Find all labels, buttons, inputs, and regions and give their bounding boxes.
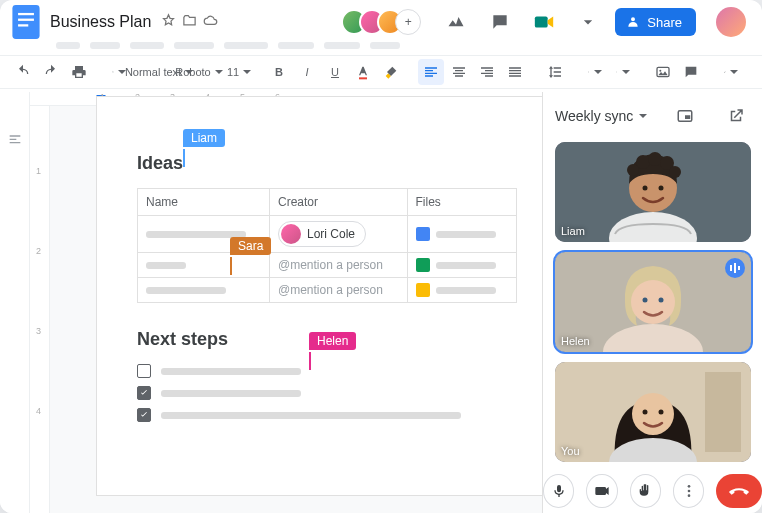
app-frame: Business Plan + Share [0, 0, 762, 513]
doc-file-icon [416, 227, 430, 241]
star-icon[interactable] [161, 13, 176, 32]
table-row[interactable]: Lori Cole [138, 216, 517, 253]
svg-point-37 [632, 393, 674, 435]
meet-controls [543, 464, 762, 513]
svg-point-23 [669, 166, 681, 178]
redo-button[interactable] [38, 59, 64, 85]
doc-title[interactable]: Business Plan [50, 13, 151, 31]
align-center-button[interactable] [446, 59, 472, 85]
svg-point-21 [648, 152, 662, 166]
person-chip[interactable]: Lori Cole [278, 221, 366, 247]
outline-icon[interactable] [7, 132, 23, 513]
tile-name: Helen [561, 335, 590, 347]
picture-in-picture-icon[interactable] [671, 102, 699, 130]
hangup-button[interactable] [716, 474, 762, 508]
undo-button[interactable] [10, 59, 36, 85]
heading-ideas[interactable]: Ideas [137, 153, 515, 174]
checkbox[interactable] [137, 364, 151, 378]
meet-icon[interactable] [527, 5, 561, 39]
popout-icon[interactable] [722, 102, 750, 130]
checklist-item[interactable] [137, 408, 515, 422]
mic-button[interactable] [543, 474, 574, 508]
meet-header: Weekly sync [543, 92, 762, 140]
svg-point-24 [643, 186, 648, 191]
svg-point-40 [687, 485, 690, 488]
svg-rect-4 [535, 17, 548, 28]
underline-button[interactable]: U [322, 59, 348, 85]
svg-rect-33 [738, 266, 740, 270]
share-button[interactable]: Share [615, 8, 696, 36]
checklist-item[interactable] [137, 364, 515, 378]
svg-point-42 [687, 494, 690, 497]
table-row[interactable]: @mention a person [138, 278, 517, 303]
table-header[interactable]: Name [138, 189, 270, 216]
checklist-item[interactable] [137, 386, 515, 400]
align-right-button[interactable] [474, 59, 500, 85]
align-left-button[interactable] [418, 59, 444, 85]
svg-point-28 [631, 280, 675, 324]
tile-name: Liam [561, 225, 585, 237]
camera-button[interactable] [586, 474, 617, 508]
page[interactable]: Liam Ideas NameCreatorFiles Lori Cole@me… [96, 96, 542, 496]
toolbar: Normal text Roboto 11 B I U [0, 55, 762, 89]
ideas-table[interactable]: NameCreatorFiles Lori Cole@mention a per… [137, 188, 517, 303]
svg-rect-1 [18, 13, 34, 15]
speaking-indicator-icon [725, 258, 745, 278]
video-tile[interactable]: You [555, 362, 751, 462]
meet-title[interactable]: Weekly sync [555, 108, 633, 124]
vertical-ruler[interactable]: 1234 [30, 106, 50, 513]
mention-placeholder[interactable]: @mention a person [278, 258, 383, 272]
menu-bar[interactable] [0, 38, 762, 55]
textcolor-button[interactable] [350, 59, 376, 85]
avatar-overflow[interactable]: + [395, 9, 421, 35]
align-justify-button[interactable] [502, 59, 528, 85]
svg-point-29 [643, 298, 648, 303]
video-tile[interactable]: Liam [555, 142, 751, 242]
svg-point-41 [687, 490, 690, 493]
table-row[interactable]: @mention a person [138, 253, 517, 278]
doc-title-actions [161, 13, 218, 32]
line-spacing-button[interactable] [542, 59, 568, 85]
print-button[interactable] [66, 59, 92, 85]
meet-chevron-down-icon[interactable] [571, 5, 605, 39]
svg-point-38 [643, 410, 648, 415]
comments-icon[interactable] [483, 5, 517, 39]
raise-hand-button[interactable] [630, 474, 661, 508]
font-dropdown[interactable]: Roboto [186, 59, 212, 85]
highlight-button[interactable] [378, 59, 404, 85]
svg-point-30 [659, 298, 664, 303]
collab-cursor-sara: Sara [230, 257, 232, 275]
style-dropdown[interactable]: Normal text [146, 59, 172, 85]
collapse-toolbar-button[interactable] [758, 59, 762, 85]
bulletlist-button[interactable] [610, 59, 636, 85]
account-avatar[interactable] [716, 7, 746, 37]
insert-image-button[interactable] [650, 59, 676, 85]
insert-comment-button[interactable] [678, 59, 704, 85]
more-options-button[interactable] [673, 474, 704, 508]
checkbox[interactable] [137, 408, 151, 422]
meet-chevron-down-icon[interactable] [639, 114, 647, 122]
activity-icon[interactable] [439, 5, 473, 39]
sheet-file-icon [416, 258, 430, 272]
docs-logo-icon[interactable] [12, 5, 40, 39]
fontsize-dropdown[interactable]: 11 [226, 59, 252, 85]
italic-button[interactable]: I [294, 59, 320, 85]
title-bar: Business Plan + Share [0, 0, 762, 38]
checklist-button[interactable] [582, 59, 608, 85]
mention-placeholder[interactable]: @mention a person [278, 283, 383, 297]
table-header[interactable]: Creator [270, 189, 408, 216]
document-area: 123456 1234 Liam Ideas NameCreatorFiles … [30, 92, 542, 513]
meet-panel: Weekly sync Liam Helen You [542, 92, 762, 513]
cloud-status-icon[interactable] [203, 13, 218, 32]
video-tiles: Liam Helen You [543, 140, 762, 464]
video-tile[interactable]: Helen [555, 252, 751, 352]
editing-mode-dropdown[interactable] [718, 59, 744, 85]
bold-button[interactable]: B [266, 59, 292, 85]
svg-rect-3 [18, 24, 28, 26]
collab-cursor-helen: Helen [309, 352, 311, 370]
table-header[interactable]: Files [407, 189, 516, 216]
presence-avatars[interactable]: + [349, 9, 421, 35]
workspace: 123456 1234 Liam Ideas NameCreatorFiles … [0, 92, 762, 513]
move-icon[interactable] [182, 13, 197, 32]
checkbox[interactable] [137, 386, 151, 400]
